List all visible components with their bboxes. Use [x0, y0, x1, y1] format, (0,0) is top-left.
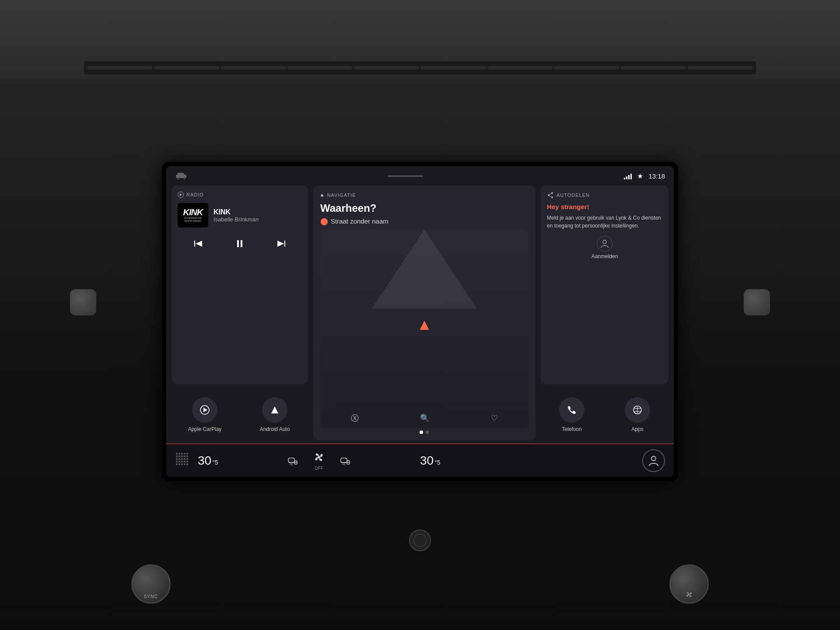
radio-info: KINK ALTERNATIVEROCK RADIO KINK Isabelle…	[178, 203, 302, 228]
temp-right[interactable]: 30 °5	[420, 454, 441, 468]
svg-rect-42	[176, 463, 178, 465]
apps-button[interactable]: Apps	[606, 389, 668, 440]
svg-marker-4	[180, 193, 182, 196]
svg-point-2	[177, 178, 179, 180]
vent-slat	[154, 66, 219, 70]
knob-left[interactable]: SYNC	[131, 564, 171, 604]
svg-rect-7	[237, 240, 239, 247]
vent-slat	[554, 66, 619, 70]
home-button[interactable]	[409, 529, 431, 551]
aanmelden-button[interactable]: Aanmelden	[547, 236, 662, 259]
svg-rect-24	[181, 453, 183, 455]
status-right: ★ 13:18	[624, 172, 665, 180]
kink-sub-text: ALTERNATIVEROCK RADIO	[184, 217, 202, 223]
svg-rect-28	[178, 455, 180, 457]
vent-slat	[287, 66, 353, 70]
svg-rect-54	[341, 458, 347, 462]
autodelen-card: AUTODELEN Hey stranger! Meld je aan voor…	[541, 186, 668, 384]
prev-track-button[interactable]	[188, 237, 208, 252]
radio-card[interactable]: RADIO KINK ALTERNATIVEROCK RADIO KINK Is…	[172, 186, 308, 384]
svg-rect-22	[176, 453, 178, 455]
map-parking-icon[interactable]: Ⓧ	[351, 413, 359, 424]
apple-carplay-icon-circle	[192, 397, 217, 423]
svg-rect-38	[178, 461, 180, 462]
quick-access: Apple CarPlay Android Auto	[172, 388, 308, 440]
knob-left-label: SYNC	[144, 594, 158, 599]
android-auto-button[interactable]: Android Auto	[242, 389, 308, 440]
vent-slat	[620, 66, 686, 70]
temp-left-unit: °5	[212, 459, 218, 466]
svg-marker-12	[203, 408, 207, 412]
map-controls: Ⓧ 🔍 ♡	[320, 413, 528, 424]
svg-point-57	[651, 456, 656, 461]
side-button-left[interactable]	[70, 289, 96, 315]
status-center	[388, 175, 423, 177]
knob-right[interactable]	[669, 564, 709, 604]
dashboard-top	[0, 0, 840, 79]
svg-point-19	[603, 240, 606, 244]
radio-controls	[178, 234, 302, 252]
nav-map[interactable]: ▲ Ⓧ 🔍 ♡	[320, 230, 528, 428]
right-quick-buttons: Telefoon Apps	[541, 388, 668, 440]
svg-rect-29	[181, 455, 183, 457]
profile-button[interactable]	[642, 449, 665, 472]
svg-marker-9	[277, 241, 284, 247]
right-panel: AUTODELEN Hey stranger! Meld je aan voor…	[537, 186, 668, 440]
telefoon-button[interactable]: Telefoon	[541, 389, 603, 440]
map-favorites-icon[interactable]: ♡	[491, 413, 498, 423]
radio-artist: Isabelle Brinkman	[214, 216, 259, 223]
svg-point-58	[688, 594, 690, 595]
svg-rect-32	[176, 458, 178, 460]
nav-current-location: ⬤ Straat zonder naam	[320, 217, 528, 225]
svg-rect-45	[184, 463, 186, 465]
vent-slat	[420, 66, 486, 70]
svg-rect-8	[241, 240, 242, 247]
svg-rect-34	[181, 458, 183, 460]
share-icon	[547, 192, 554, 199]
fan-icon[interactable]: OFF	[312, 450, 326, 471]
svg-rect-35	[184, 458, 186, 460]
center-panel: ● NAVIGATIE Waarheen? ⬤ Straat zonder na…	[313, 186, 536, 440]
next-track-button[interactable]	[271, 237, 291, 252]
user-icon	[597, 236, 612, 252]
temp-left[interactable]: 30 °5	[198, 454, 218, 468]
svg-rect-33	[178, 458, 180, 460]
map-search-icon[interactable]: 🔍	[420, 413, 430, 423]
seat-heat-right-icon[interactable]	[339, 455, 351, 467]
svg-line-17	[549, 193, 552, 195]
nav-dot-1	[420, 430, 423, 434]
car-surround: ★ 13:18 RADIO	[0, 0, 840, 630]
vent-slat	[354, 66, 419, 70]
svg-marker-5	[194, 241, 195, 247]
svg-rect-30	[184, 455, 186, 457]
infotainment-screen: ★ 13:18 RADIO	[166, 166, 674, 477]
car-status-icon	[175, 172, 187, 180]
apps-label: Apps	[631, 426, 643, 432]
svg-rect-43	[178, 463, 180, 465]
nav-arrow-icon: ▲	[416, 315, 432, 334]
pause-button[interactable]	[230, 237, 250, 252]
kink-logo-text: KINK	[183, 208, 203, 217]
main-content: RADIO KINK ALTERNATIVEROCK RADIO KINK Is…	[166, 186, 674, 444]
side-button-right[interactable]	[744, 289, 770, 315]
temp-right-value: 30	[420, 454, 434, 468]
navigation-card[interactable]: ● NAVIGATIE Waarheen? ⬤ Straat zonder na…	[313, 186, 536, 440]
temp-left-value: 30	[198, 454, 211, 468]
status-bar-line	[388, 175, 423, 177]
map-cone	[372, 230, 477, 308]
svg-rect-41	[186, 461, 188, 462]
android-auto-label: Android Auto	[260, 426, 290, 432]
seat-heat-icon[interactable]	[287, 455, 299, 467]
radio-track: KINK Isabelle Brinkman	[214, 208, 259, 223]
nav-dot-2	[426, 430, 429, 434]
svg-rect-25	[184, 453, 186, 455]
autodelen-description: Meld je aan voor gebruik van Lynk & Co d…	[547, 214, 662, 230]
screen-bezel: ★ 13:18 RADIO	[162, 162, 678, 481]
apple-carplay-button[interactable]: Apple CarPlay	[172, 389, 238, 440]
radio-station: KINK	[214, 208, 259, 216]
svg-rect-39	[181, 461, 183, 462]
nav-pin-icon: ●	[320, 192, 324, 199]
apple-carplay-label: Apple CarPlay	[188, 426, 222, 432]
svg-marker-6	[196, 241, 202, 247]
svg-rect-46	[186, 463, 188, 465]
